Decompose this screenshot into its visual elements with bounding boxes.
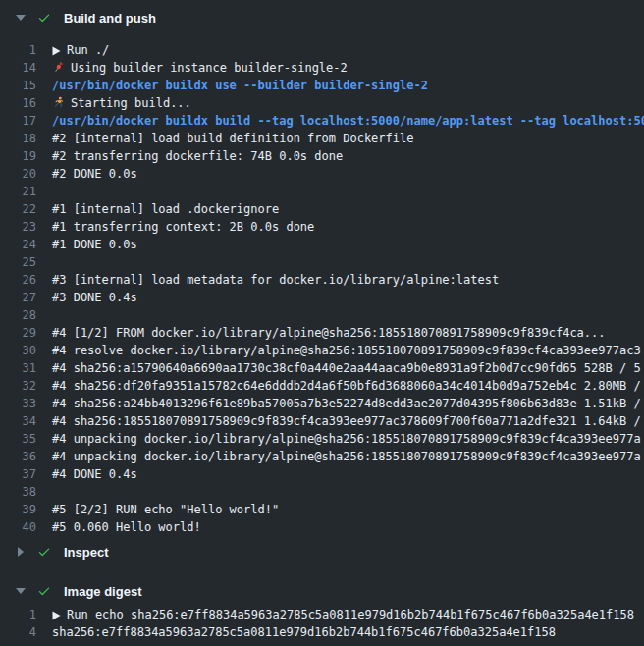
line-number[interactable]: 23 bbox=[0, 218, 36, 236]
line-number[interactable]: 29 bbox=[0, 324, 36, 342]
log-line: 14 Using builder instance builder-single… bbox=[0, 59, 644, 77]
line-number[interactable]: 30 bbox=[0, 342, 36, 359]
log-sections: Build and push 1 Run ./ 14 Using builder… bbox=[0, 8, 644, 641]
line-text: /usr/bin/docker buildx build --tag local… bbox=[52, 114, 644, 128]
log-line: 29 #4 [1/2] FROM docker.io/library/alpin… bbox=[0, 324, 644, 342]
log-section-image-digest: Image digest 1 Run echo sha256:e7ff8834a… bbox=[0, 581, 644, 641]
line-number[interactable]: 34 bbox=[0, 412, 36, 430]
line-content: #5 [2/2] RUN echo "Hello world!" bbox=[52, 501, 279, 518]
log-line: 34 #4 sha256:185518070891758909c9f839cf4… bbox=[0, 412, 644, 430]
disclosure-triangle-icon[interactable] bbox=[16, 588, 26, 594]
log-line: 21 bbox=[0, 183, 644, 200]
section-header-image-digest[interactable]: Image digest bbox=[0, 581, 644, 601]
log-line: 1 Run ./ bbox=[0, 41, 644, 59]
line-content: #2 DONE 0.0s bbox=[52, 165, 137, 183]
line-content: #2 transferring dockerfile: 74B 0.0s don… bbox=[52, 147, 343, 165]
line-number[interactable]: 36 bbox=[0, 448, 36, 465]
log-line: 17 /usr/bin/docker buildx build --tag lo… bbox=[0, 112, 644, 130]
line-content: Run echo sha256:e7ff8834a5963a2785c5a081… bbox=[52, 606, 634, 623]
log-line: 37 #4 DONE 0.4s bbox=[0, 465, 644, 483]
line-number[interactable]: 1 bbox=[0, 41, 36, 59]
line-content: #4 [1/2] FROM docker.io/library/alpine@s… bbox=[52, 324, 606, 342]
line-number[interactable]: 40 bbox=[0, 518, 36, 536]
log-line: 36 #4 unpacking docker.io/library/alpine… bbox=[0, 448, 644, 465]
line-number[interactable]: 20 bbox=[0, 165, 36, 183]
line-number[interactable]: 22 bbox=[0, 200, 36, 218]
line-number[interactable]: 27 bbox=[0, 289, 36, 306]
log-line: 35 #4 unpacking docker.io/library/alpine… bbox=[0, 430, 644, 448]
line-text: #2 [internal] load build definition from… bbox=[52, 132, 413, 145]
line-number[interactable]: 33 bbox=[0, 395, 36, 412]
line-text: #4 [1/2] FROM docker.io/library/alpine@s… bbox=[52, 326, 606, 340]
line-text: Run echo sha256:e7ff8834a5963a2785c5a081… bbox=[67, 608, 634, 621]
line-text: #4 sha256:a24bb4013296f61e89ba57005a7b3e… bbox=[52, 397, 641, 410]
log-line: 1 Run echo sha256:e7ff8834a5963a2785c5a0… bbox=[0, 606, 644, 623]
line-number[interactable]: 19 bbox=[0, 147, 36, 165]
play-icon[interactable] bbox=[52, 608, 61, 623]
line-content: #1 transferring context: 2B 0.0s done bbox=[52, 218, 314, 236]
section-lines: 1 Run ./ 14 Using builder instance build… bbox=[0, 41, 644, 536]
line-number[interactable]: 38 bbox=[0, 483, 36, 501]
disclosure-triangle-icon[interactable] bbox=[16, 15, 26, 21]
line-number[interactable]: 21 bbox=[0, 183, 36, 200]
line-content: #4 unpacking docker.io/library/alpine@sh… bbox=[52, 430, 641, 448]
line-content: #2 [internal] load build definition from… bbox=[52, 130, 413, 147]
log-line: 22 #1 [internal] load .dockerignore bbox=[0, 200, 644, 218]
line-number[interactable]: 28 bbox=[0, 306, 36, 324]
line-text: #4 unpacking docker.io/library/alpine@sh… bbox=[52, 432, 641, 446]
section-header-build-and-push[interactable]: Build and push bbox=[0, 8, 644, 27]
line-number[interactable]: 39 bbox=[0, 501, 36, 518]
line-number[interactable]: 37 bbox=[0, 465, 36, 483]
line-text: sha256:e7ff8834a5963a2785c5a0811e979d16b… bbox=[52, 625, 556, 639]
runner-icon bbox=[52, 96, 65, 112]
section-title: Build and push bbox=[64, 11, 156, 26]
section-header-inspect[interactable]: Inspect bbox=[0, 542, 644, 562]
log-line: 16 Starting build... bbox=[0, 94, 644, 112]
line-content: /usr/bin/docker buildx build --tag local… bbox=[52, 112, 644, 130]
line-number[interactable]: 18 bbox=[0, 130, 36, 147]
line-text: Starting build... bbox=[71, 96, 191, 110]
line-content: Using builder instance builder-single-2 bbox=[52, 59, 348, 77]
log-line: 28 bbox=[0, 306, 644, 324]
line-number[interactable]: 17 bbox=[0, 112, 36, 130]
line-number[interactable]: 4 bbox=[0, 623, 36, 641]
log-line: 33 #4 sha256:a24bb4013296f61e89ba57005a7… bbox=[0, 395, 644, 412]
line-text: #2 DONE 0.0s bbox=[52, 167, 137, 181]
line-text: #1 DONE 0.0s bbox=[52, 238, 137, 251]
disclosure-triangle-icon[interactable] bbox=[16, 547, 26, 557]
line-number[interactable]: 14 bbox=[0, 59, 36, 77]
log-line: 20 #2 DONE 0.0s bbox=[0, 165, 644, 183]
log-section-inspect: Inspect bbox=[0, 542, 644, 562]
line-number[interactable]: 26 bbox=[0, 271, 36, 289]
log-line: 23 #1 transferring context: 2B 0.0s done bbox=[0, 218, 644, 236]
line-content: #3 [internal] load metadata for docker.i… bbox=[52, 271, 499, 289]
line-number[interactable]: 31 bbox=[0, 359, 36, 377]
check-icon bbox=[37, 545, 51, 559]
check-icon bbox=[37, 11, 51, 25]
line-content: #4 resolve docker.io/library/alpine@sha2… bbox=[52, 342, 641, 359]
line-text: #4 DONE 0.4s bbox=[52, 467, 137, 481]
log-line: 4 sha256:e7ff8834a5963a2785c5a0811e979d1… bbox=[0, 623, 644, 641]
line-number[interactable]: 16 bbox=[0, 94, 36, 112]
line-text: Using builder instance builder-single-2 bbox=[71, 61, 348, 75]
line-number[interactable]: 35 bbox=[0, 430, 36, 448]
line-text: Run ./ bbox=[67, 43, 109, 57]
log-line: 24 #1 DONE 0.0s bbox=[0, 236, 644, 253]
line-content: sha256:e7ff8834a5963a2785c5a0811e979d16b… bbox=[52, 623, 556, 641]
section-lines: 1 Run echo sha256:e7ff8834a5963a2785c5a0… bbox=[0, 606, 644, 641]
line-content: #1 [internal] load .dockerignore bbox=[52, 200, 279, 218]
line-number[interactable]: 15 bbox=[0, 77, 36, 94]
line-content: #4 sha256:df20fa9351a15782c64e6dddb2d4a6… bbox=[52, 377, 641, 395]
line-content: #4 unpacking docker.io/library/alpine@sh… bbox=[52, 448, 641, 465]
line-text: #5 [2/2] RUN echo "Hello world!" bbox=[52, 503, 279, 516]
log-line: 39 #5 [2/2] RUN echo "Hello world!" bbox=[0, 501, 644, 518]
line-number[interactable]: 32 bbox=[0, 377, 36, 395]
play-icon[interactable] bbox=[52, 43, 61, 59]
line-text: #4 sha256:185518070891758909c9f839cf4ca3… bbox=[52, 414, 641, 428]
line-number[interactable]: 25 bbox=[0, 253, 36, 271]
log-line: 25 bbox=[0, 253, 644, 271]
line-number[interactable]: 24 bbox=[0, 236, 36, 253]
line-text: #4 sha256:df20fa9351a15782c64e6dddb2d4a6… bbox=[52, 379, 641, 393]
log-line: 30 #4 resolve docker.io/library/alpine@s… bbox=[0, 342, 644, 359]
line-number[interactable]: 1 bbox=[0, 606, 36, 623]
